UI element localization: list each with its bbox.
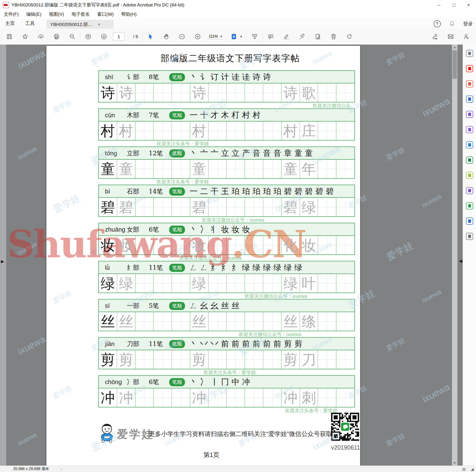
status-doc-icon[interactable]: ▤ <box>462 467 465 471</box>
tab-tools[interactable]: 工具 <box>20 18 40 29</box>
star-button[interactable] <box>21 33 29 40</box>
zoom-out-button[interactable] <box>178 33 186 40</box>
export-pdf-icon[interactable] <box>466 65 473 72</box>
subscribe-caption: 欢迎关注头条号：爱学娃 <box>157 141 209 147</box>
stroke-glyph: 音 <box>273 148 281 159</box>
stroke-count-label: 8笔 <box>149 73 169 81</box>
share-link-button[interactable] <box>431 33 438 40</box>
tab-close-icon[interactable]: × <box>98 22 100 27</box>
practice-cell <box>263 274 282 292</box>
page-number-input[interactable] <box>113 33 124 41</box>
minimize-button[interactable]: – <box>432 0 446 10</box>
fit-page-button[interactable] <box>230 33 238 40</box>
stroke-count-label: 11笔 <box>149 264 169 272</box>
highlight-button[interactable] <box>283 33 290 40</box>
search-button[interactable] <box>68 33 76 40</box>
organize-pages-icon[interactable] <box>466 172 473 179</box>
vertical-scrollbar[interactable]: ▲ ▼ <box>452 45 458 466</box>
menu-item-3[interactable]: 电子签名 <box>68 11 94 18</box>
practice-cell: 诗 <box>99 83 117 102</box>
comment-button[interactable] <box>267 33 274 40</box>
cloud-upload-button[interactable] <box>37 33 44 40</box>
watermark-text: ixuewa <box>16 240 38 257</box>
hand-tool-button[interactable] <box>163 33 170 40</box>
stroke-glyph: 绿 <box>253 262 260 273</box>
practice-cell <box>153 236 172 254</box>
hscroll-left-icon[interactable]: ‹ <box>61 467 62 471</box>
pinyin-label: chōng <box>105 378 127 386</box>
stroke-count-label: 14笔 <box>149 187 169 196</box>
scrollbar-thumb[interactable] <box>452 50 457 79</box>
stroke-glyph: 丨 <box>211 377 219 387</box>
page-up-button[interactable] <box>85 33 92 40</box>
print-button[interactable] <box>53 33 60 40</box>
comment-tool-icon[interactable] <box>466 187 473 194</box>
footer-subscribe-text: 更多小学生学习资料请扫描右侧二维码关注“爱学娃”微信公众号获取。 <box>149 430 339 438</box>
edit-page-button[interactable] <box>314 33 321 40</box>
stroke-order-sequence: 丶冫丨冂中冲 <box>190 377 250 387</box>
stroke-glyph: ㄥ <box>190 300 198 311</box>
close-button[interactable]: × <box>461 0 476 10</box>
save-button[interactable] <box>6 33 13 40</box>
menu-item-4[interactable]: 窗口(W) <box>94 11 118 18</box>
row-header: zhuāng女部6笔笔顺丶冫丬妆妆妆 <box>98 223 355 236</box>
zoom-in-button[interactable] <box>194 33 201 40</box>
stroke-glyph: 珀 <box>242 186 250 197</box>
practice-cell <box>336 83 354 102</box>
refresh-button[interactable] <box>346 33 353 40</box>
mail-button[interactable] <box>447 33 454 40</box>
menu-item-0[interactable]: 文件(F) <box>0 11 22 18</box>
practice-cell: 年 <box>300 160 318 178</box>
practice-cell: 童 <box>99 160 117 178</box>
highlight-icon <box>283 33 290 40</box>
menu-item-2[interactable]: 视图(V) <box>45 11 68 18</box>
request-sign-icon[interactable] <box>466 126 473 133</box>
stroke-glyph: 前 <box>263 339 271 349</box>
window-titlebar: YBH002050012.部编版 二年级语文下册写字表8页.pdf - Adob… <box>0 0 476 10</box>
brand-logo-text: 爱学娃 <box>117 427 154 442</box>
tool-panel-collapse-icon[interactable]: ◀ <box>459 258 462 264</box>
trash-button[interactable] <box>330 33 337 40</box>
practice-cell <box>208 236 227 254</box>
protect-icon[interactable] <box>466 218 473 225</box>
menu-item-5[interactable]: 帮助(H) <box>118 11 140 18</box>
stroke-glyph: 丶 <box>190 148 198 159</box>
stroke-count-label: 12笔 <box>149 149 169 158</box>
export-doc-icon[interactable] <box>466 141 473 148</box>
reading-mode-button[interactable] <box>251 33 258 40</box>
account-button[interactable] <box>463 33 470 40</box>
menu-item-1[interactable]: 编辑(E) <box>22 11 45 18</box>
radical-label: 女部 <box>127 225 149 234</box>
zoom-level-control[interactable]: 111% ▼ <box>207 34 224 39</box>
stroke-glyph: 珀 <box>232 186 239 197</box>
trace-character: 绿 <box>192 276 206 290</box>
spreadsheet-icon[interactable] <box>466 157 473 164</box>
search-tool-icon[interactable] <box>466 50 473 57</box>
chevron-down-icon[interactable]: ▼ <box>240 35 243 38</box>
edit-pdf-icon[interactable] <box>466 111 473 118</box>
help-icon[interactable]: ? <box>434 20 441 27</box>
practice-cell <box>318 236 336 254</box>
stroke-glyph: 丶 <box>190 224 198 235</box>
stroke-glyph: 纟 <box>232 262 239 273</box>
watermark-text: 爱学娃 <box>384 239 416 264</box>
tab-home[interactable]: 主页 <box>0 18 20 29</box>
create-pdf-icon[interactable] <box>466 80 473 88</box>
practice-grid: 冲冲冲冲刺 <box>98 388 355 407</box>
print-production-icon[interactable] <box>466 202 473 209</box>
sign-pen-button[interactable] <box>298 33 306 40</box>
maximize-button[interactable]: □ <box>446 0 461 10</box>
nav-pane-expand-icon[interactable]: ▶ <box>1 259 4 264</box>
bell-icon[interactable] <box>449 21 455 27</box>
scroll-up-icon[interactable]: ▲ <box>452 45 458 50</box>
select-cursor-button[interactable] <box>147 33 154 40</box>
login-button[interactable]: 登录 <box>463 21 473 27</box>
page-down-button[interactable] <box>100 33 107 40</box>
pinyin-label: bì <box>105 188 127 195</box>
tab-document[interactable]: YBH002050012.部... × <box>47 20 113 29</box>
more-tools-icon[interactable] <box>466 233 473 240</box>
practice-cell: 绿 <box>282 274 300 292</box>
watermark-text: 爱学娃 <box>385 50 407 67</box>
scroll-down-icon[interactable]: ▼ <box>452 460 458 466</box>
combine-files-icon[interactable] <box>466 95 473 103</box>
